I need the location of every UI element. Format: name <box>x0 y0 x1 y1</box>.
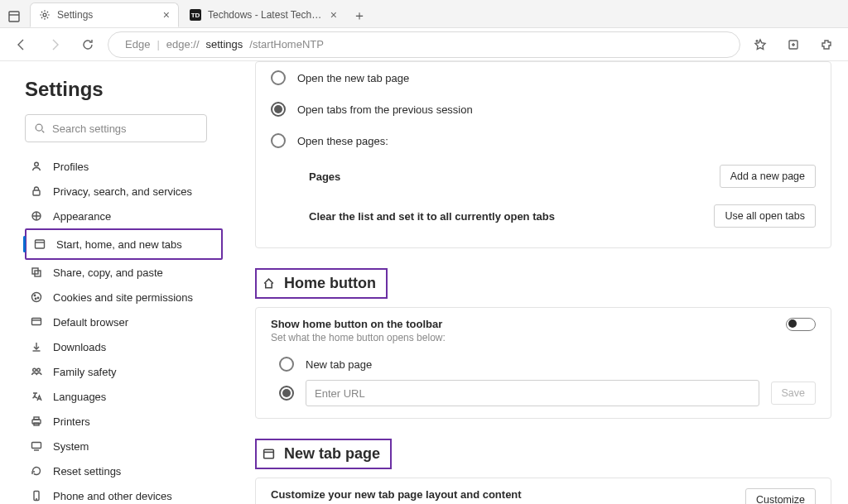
show-home-desc: Set what the home button opens below: <box>271 332 446 343</box>
extensions-button[interactable] <box>813 31 840 58</box>
sidebar-item-default-browser[interactable]: Default browser <box>25 310 223 334</box>
section-title-text: Home button <box>284 275 376 292</box>
address-bar[interactable]: Edge | edge://settings/startHomeNTP <box>108 31 740 58</box>
url-placeholder: Enter URL <box>315 387 365 400</box>
favorites-button[interactable] <box>747 31 773 58</box>
svg-point-20 <box>37 297 38 298</box>
svg-point-19 <box>34 295 35 295</box>
svg-point-9 <box>36 124 42 131</box>
sidebar-item-label: Appearance <box>53 210 111 223</box>
tab-title: Techdows - Latest Technology N <box>208 9 324 21</box>
search-placeholder: Search settings <box>52 122 127 135</box>
startup-option-previous-session[interactable]: Open tabs from the previous session <box>271 94 816 125</box>
address-scheme-label: Edge <box>125 38 150 50</box>
close-icon[interactable]: × <box>330 9 337 21</box>
home-option-new-tab[interactable]: New tab page <box>279 350 816 372</box>
forward-button[interactable] <box>41 31 68 58</box>
browser-tab-settings[interactable]: Settings × <box>30 2 179 27</box>
sidebar-item-label: Default browser <box>53 316 128 329</box>
svg-rect-0 <box>9 12 19 22</box>
sidebar-item-reset[interactable]: Reset settings <box>25 458 223 483</box>
tab-actions-icon[interactable] <box>3 6 25 27</box>
sidebar-item-system[interactable]: System <box>25 434 223 458</box>
home-icon <box>262 276 276 290</box>
option-label: Open the new tab page <box>297 72 409 84</box>
customize-title: Customize your new tab page layout and c… <box>271 488 570 501</box>
sidebar-item-label: Printers <box>53 415 90 428</box>
svg-rect-35 <box>264 449 274 458</box>
svg-point-11 <box>35 162 39 166</box>
sidebar-item-languages[interactable]: Languages <box>25 384 223 409</box>
radio-icon <box>271 102 286 117</box>
sidebar-item-label: Reset settings <box>53 465 121 478</box>
svg-point-25 <box>33 368 36 372</box>
sidebar-item-label: Family safety <box>53 366 117 378</box>
browser-tab-techdows[interactable]: TD Techdows - Latest Technology N × <box>181 2 346 27</box>
home-option-enter-url[interactable]: Enter URL Save <box>279 372 816 406</box>
new-tab-card: Customize your new tab page layout and c… <box>255 478 831 504</box>
svg-rect-14 <box>36 240 45 248</box>
use-all-open-tabs-button[interactable]: Use all open tabs <box>714 204 816 228</box>
settings-content: Open the new tab page Open tabs from the… <box>240 61 848 504</box>
option-label: Open tabs from the previous session <box>297 103 473 116</box>
toolbar: Edge | edge://settings/startHomeNTP <box>0 28 848 61</box>
home-url-input[interactable]: Enter URL <box>306 380 759 406</box>
sidebar-item-appearance[interactable]: Appearance <box>25 204 223 228</box>
radio-icon <box>271 133 286 148</box>
sidebar-item-family[interactable]: Family safety <box>25 359 223 384</box>
url-prefix: edge:// <box>166 38 200 50</box>
refresh-button[interactable] <box>75 31 101 58</box>
clear-list-label: Clear the list and set it to all current… <box>309 210 714 223</box>
sidebar-item-privacy[interactable]: Privacy, search, and services <box>25 179 223 204</box>
svg-rect-12 <box>33 190 40 195</box>
sidebar-item-start-home-newtabs[interactable]: Start, home, and new tabs <box>28 232 219 257</box>
svg-rect-22 <box>32 319 41 325</box>
settings-sidebar: Settings Search settings Profiles Privac… <box>0 61 240 504</box>
search-input[interactable]: Search settings <box>25 114 207 142</box>
sidebar-item-share[interactable]: Share, copy, and paste <box>25 260 223 285</box>
back-button[interactable] <box>8 31 35 58</box>
search-icon <box>34 122 46 134</box>
sidebar-item-downloads[interactable]: Downloads <box>25 334 223 359</box>
page-title: Settings <box>25 78 223 101</box>
sidebar-item-label: Profiles <box>53 161 89 173</box>
svg-point-26 <box>37 368 41 372</box>
svg-rect-28 <box>34 417 39 420</box>
sidebar-item-label: Languages <box>53 391 106 403</box>
sidebar-item-label: Phone and other devices <box>53 490 172 502</box>
add-new-page-button[interactable]: Add a new page <box>720 165 816 188</box>
divider: | <box>157 38 159 50</box>
sidebar-item-printers[interactable]: Printers <box>25 409 223 434</box>
gear-icon <box>39 9 51 21</box>
startup-option-new-tab[interactable]: Open the new tab page <box>271 62 816 94</box>
collections-button[interactable] <box>780 31 807 58</box>
show-home-title: Show home button on the toolbar <box>271 318 446 330</box>
section-title-text: New tab page <box>284 445 380 463</box>
sidebar-item-label: Cookies and site permissions <box>53 291 193 304</box>
customize-button[interactable]: Customize <box>745 488 816 504</box>
sidebar-item-label: Downloads <box>53 341 106 353</box>
startup-pages-header: Pages Add a new page <box>271 156 816 196</box>
startup-clear-row: Clear the list and set it to all current… <box>271 196 816 236</box>
sidebar-item-label: System <box>53 440 89 453</box>
option-label: New tab page <box>306 358 372 371</box>
svg-point-2 <box>43 13 46 17</box>
save-button[interactable]: Save <box>771 382 817 405</box>
newtab-icon <box>262 447 276 461</box>
svg-rect-30 <box>32 443 41 449</box>
show-home-button-toggle[interactable] <box>786 318 816 331</box>
new-tab-button[interactable]: ＋ <box>348 4 371 27</box>
sidebar-item-cookies[interactable]: Cookies and site permissions <box>25 285 223 310</box>
home-button-card: Show home button on the toolbar Set what… <box>255 307 831 419</box>
radio-icon <box>279 357 294 372</box>
sidebar-item-phone[interactable]: Phone and other devices <box>25 483 223 504</box>
sidebar-item-profiles[interactable]: Profiles <box>25 154 223 179</box>
site-favicon: TD <box>190 9 201 21</box>
close-icon[interactable]: × <box>163 9 170 21</box>
radio-icon <box>271 70 286 85</box>
home-button-section-title: Home button <box>255 268 388 299</box>
radio-icon <box>279 386 294 401</box>
new-tab-section-title: New tab page <box>255 439 392 469</box>
startup-option-these-pages[interactable]: Open these pages: <box>271 125 816 156</box>
sidebar-item-label: Share, copy, and paste <box>53 266 163 279</box>
